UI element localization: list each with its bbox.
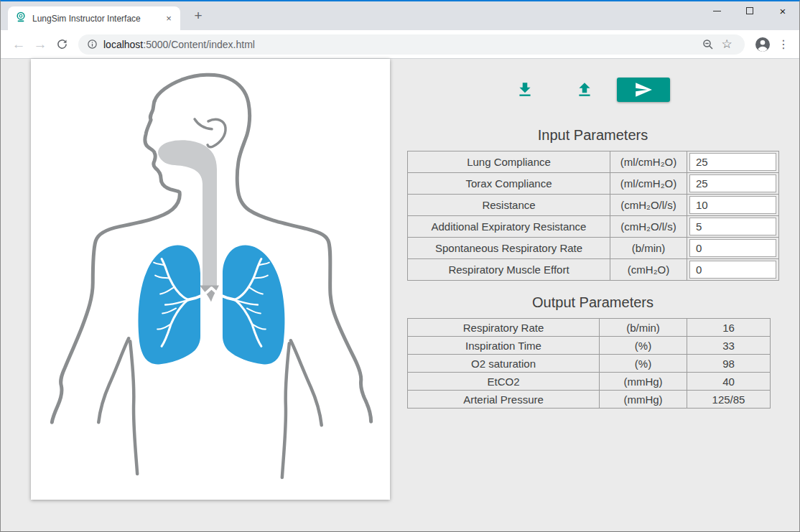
browser-tab[interactable]: LungSim Instructor Interface × [8,6,180,30]
address-bar[interactable]: localhost:5000/Content/index.html ☆ [78,34,745,55]
parameter-label: Inspiration Time [408,337,600,355]
parameter-unit: (mmHg) [600,373,687,391]
input-parameter-row: Respiratory Muscle Effort (cmH₂O) [408,259,779,281]
lung-illustration-card [31,59,390,500]
minimize-icon [713,11,721,11]
maximize-button[interactable] [733,0,766,22]
parameter-value-input[interactable] [689,153,776,171]
parameter-value: 16 [687,319,771,337]
output-parameter-row: Arterial Pressure (mmHg) 125/85 [408,391,771,409]
avatar-icon [754,36,771,53]
parameter-label: O2 saturation [408,355,600,373]
parameter-value-input[interactable] [689,239,776,257]
parameter-unit: (b/min) [610,238,687,259]
back-button[interactable]: ← [8,34,29,55]
input-parameters-title: Input Parameters [407,125,778,145]
parameter-unit: (%) [600,337,687,355]
input-parameter-row: Resistance (cmH₂O/l/s) [408,195,779,216]
url-path: :5000/Content/index.html [143,39,255,50]
tab-title: LungSim Instructor Interface [32,14,163,24]
action-buttons [407,78,778,102]
maximize-icon [746,7,753,14]
parameter-value-input[interactable] [689,261,776,279]
forward-icon: → [34,37,47,52]
new-tab-button[interactable]: + [189,7,208,26]
parameter-value-cell [687,151,779,173]
parameter-value-input[interactable] [689,174,776,192]
parameter-value: 98 [687,355,771,373]
input-parameter-row: Torax Compliance (ml/cmH₂O) [408,173,779,195]
input-parameters-table: Lung Compliance (ml/cmH₂O) Torax Complia… [407,151,779,281]
parameter-unit: (cmH₂O/l/s) [610,216,687,238]
back-icon: ← [12,37,26,52]
parameter-value-cell [687,216,779,238]
parameters-panel: Input Parameters Lung Compliance (ml/cmH… [407,59,778,409]
parameter-label: Respiratory Rate [408,319,600,337]
browser-toolbar: ← → localhost:5000/Content/index.html ☆ [1,30,799,59]
browser-window: LungSim Instructor Interface × + × ← → l… [0,0,800,532]
parameter-label: EtCO2 [408,373,600,391]
reload-button[interactable] [51,34,73,55]
close-icon: × [780,6,786,17]
output-parameter-row: Inspiration Time (%) 33 [408,337,771,355]
favicon-lungsim-icon [15,11,27,26]
parameter-value: 33 [687,337,771,355]
upload-icon [575,80,594,99]
parameter-value: 125/85 [687,391,771,409]
window-controls: × [700,0,799,22]
input-parameter-row: Additional Expiratory Resistance (cmH₂O/… [408,216,779,238]
profile-avatar[interactable] [750,32,775,57]
output-parameter-row: Respiratory Rate (b/min) 16 [408,319,771,337]
output-parameters-table: Respiratory Rate (b/min) 16 Inspiration … [407,318,771,409]
parameter-label: Arterial Pressure [408,391,600,409]
close-button[interactable]: × [766,0,799,22]
download-button[interactable] [516,80,534,99]
output-parameters-title: Output Parameters [407,292,778,312]
right-armpit-line [291,340,322,425]
right-waist-line [282,343,289,477]
minimize-button[interactable] [700,0,733,22]
parameter-value-input[interactable] [689,196,776,214]
parameter-unit: (b/min) [600,319,687,337]
output-parameter-row: O2 saturation (%) 98 [408,355,771,373]
parameter-label: Lung Compliance [408,151,610,173]
output-parameter-row: EtCO2 (mmHg) 40 [408,373,771,391]
parameter-unit: (ml/cmH₂O) [610,151,687,173]
parameter-label: Torax Compliance [408,173,610,195]
parameter-value-cell [687,259,779,281]
left-waist-line [130,341,137,474]
url-host: localhost [103,39,143,50]
forward-button[interactable]: → [29,34,51,55]
parameter-label: Resistance [408,195,610,216]
zoom-out-icon[interactable] [699,35,717,54]
tab-strip: LungSim Instructor Interface × + × [1,1,799,30]
parameter-value-cell [687,195,779,216]
tab-close-icon[interactable]: × [163,13,175,24]
parameter-value-cell [687,173,779,195]
download-icon [516,80,534,99]
parameter-unit: (ml/cmH₂O) [610,173,687,195]
info-icon[interactable] [87,39,98,50]
human-respiratory-illustration [31,59,390,500]
browser-menu-button[interactable]: ⋮ [775,34,792,55]
input-parameter-row: Spontaneous Respiratory Rate (b/min) [408,238,779,259]
bookmark-star-icon[interactable]: ☆ [717,35,736,54]
parameter-value-cell [687,238,779,259]
parameter-unit: (%) [600,355,687,373]
reload-icon [56,38,68,50]
url-text: localhost:5000/Content/index.html [103,39,255,50]
parameter-value-input[interactable] [689,218,776,235]
parameter-label: Additional Expiratory Resistance [408,216,610,238]
parameter-label: Spontaneous Respiratory Rate [408,238,610,259]
parameter-unit: (mmHg) [600,391,687,409]
parameter-value: 40 [687,373,771,391]
upload-button[interactable] [575,80,594,99]
parameter-label: Respiratory Muscle Effort [408,259,610,281]
send-button[interactable] [617,78,670,102]
left-armpit-line [98,338,129,422]
input-parameter-row: Lung Compliance (ml/cmH₂O) [408,151,779,173]
ear-line [208,119,225,147]
send-icon [634,80,653,99]
parameter-unit: (cmH₂O/l/s) [610,195,687,216]
parameter-unit: (cmH₂O) [610,259,687,281]
